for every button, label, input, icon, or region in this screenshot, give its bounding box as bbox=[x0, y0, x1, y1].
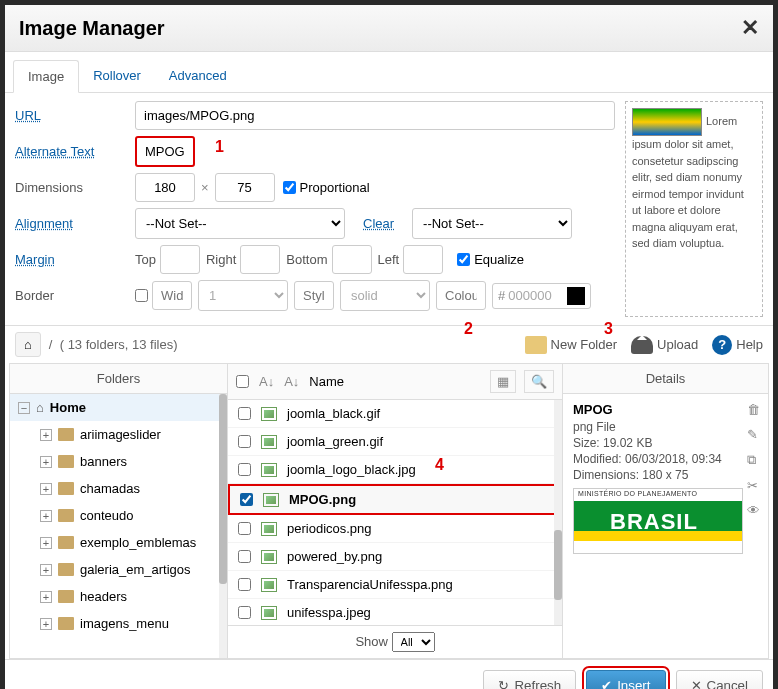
border-stylenum-select[interactable]: 1 bbox=[198, 280, 288, 311]
expand-icon[interactable]: + bbox=[40, 483, 52, 495]
expand-icon[interactable]: + bbox=[40, 456, 52, 468]
file-row[interactable]: powered_by.png bbox=[228, 543, 562, 571]
file-row[interactable]: joomla_logo_black.jpg bbox=[228, 456, 562, 484]
file-checkbox[interactable] bbox=[238, 550, 251, 563]
image-icon bbox=[261, 463, 277, 477]
border-style-select[interactable]: solid bbox=[340, 280, 430, 311]
file-row[interactable]: joomla_green.gif bbox=[228, 428, 562, 456]
tree-folder[interactable]: +exemplo_emblemas bbox=[10, 529, 227, 556]
folder-label: banners bbox=[80, 454, 127, 469]
form-area: URL Alternate Text 1 Dimensions × Propor… bbox=[5, 93, 773, 325]
tree-home[interactable]: − ⌂ Home bbox=[10, 394, 227, 421]
url-label: URL bbox=[15, 108, 135, 123]
expand-icon[interactable]: + bbox=[40, 618, 52, 630]
width-input[interactable] bbox=[135, 173, 195, 202]
file-checkbox[interactable] bbox=[238, 522, 251, 535]
file-row[interactable]: periodicos.png bbox=[228, 515, 562, 543]
tree-folder[interactable]: +ariimageslider bbox=[10, 421, 227, 448]
margin-bottom-input[interactable] bbox=[332, 245, 372, 274]
new-folder-button[interactable]: New Folder bbox=[525, 336, 617, 354]
folder-label: ariimageslider bbox=[80, 427, 161, 442]
sort-ext-icon[interactable]: A↓ bbox=[259, 374, 274, 389]
height-input[interactable] bbox=[215, 173, 275, 202]
check-icon: ✔ bbox=[601, 678, 612, 689]
tree-folder[interactable]: +banners bbox=[10, 448, 227, 475]
expand-icon[interactable]: + bbox=[40, 564, 52, 576]
dimension-x-icon: × bbox=[195, 180, 215, 195]
image-icon bbox=[261, 550, 277, 564]
expand-icon[interactable]: + bbox=[40, 429, 52, 441]
tree-folder[interactable]: +chamadas bbox=[10, 475, 227, 502]
copy-icon[interactable]: ⧉ bbox=[747, 452, 760, 468]
margin-right-input[interactable] bbox=[240, 245, 280, 274]
delete-icon[interactable]: 🗑 bbox=[747, 402, 760, 417]
view-icon[interactable]: 👁 bbox=[747, 503, 760, 518]
file-checkbox[interactable] bbox=[238, 578, 251, 591]
file-row[interactable]: TransparenciaUnifesspa.png bbox=[228, 571, 562, 599]
file-checkbox[interactable] bbox=[240, 493, 253, 506]
refresh-button[interactable]: ↻Refresh bbox=[483, 670, 576, 689]
edit-icon[interactable]: ✎ bbox=[747, 427, 760, 442]
color-picker[interactable]: # bbox=[492, 283, 591, 309]
file-name: joomla_green.gif bbox=[287, 434, 383, 449]
folder-icon bbox=[58, 455, 74, 468]
border-label: Border bbox=[15, 288, 135, 303]
equalize-checkbox[interactable] bbox=[457, 253, 470, 266]
file-checkbox[interactable] bbox=[238, 407, 251, 420]
preview-box: Lorem ipsum dolor sit amet, consetetur s… bbox=[625, 101, 763, 317]
collapse-icon[interactable]: − bbox=[18, 402, 30, 414]
tree-folder[interactable]: +galeria_em_artigos bbox=[10, 556, 227, 583]
border-style-label[interactable] bbox=[294, 281, 334, 310]
tab-image[interactable]: Image bbox=[13, 60, 79, 93]
expand-icon[interactable]: + bbox=[40, 510, 52, 522]
margin-left-label: Left bbox=[378, 252, 400, 267]
annotation-4: 4 bbox=[435, 456, 444, 474]
url-input[interactable] bbox=[135, 101, 615, 130]
annotation-2: 2 bbox=[464, 320, 473, 338]
clear-select[interactable]: --Not Set-- bbox=[412, 208, 572, 239]
details-head: Details bbox=[563, 364, 768, 394]
grid-view-icon[interactable]: ▦ bbox=[490, 370, 516, 393]
tab-rollover[interactable]: Rollover bbox=[79, 60, 155, 92]
file-checkbox[interactable] bbox=[238, 606, 251, 619]
sort-name-icon[interactable]: A↓ bbox=[284, 374, 299, 389]
tree-folder[interactable]: +headers bbox=[10, 583, 227, 610]
file-name: TransparenciaUnifesspa.png bbox=[287, 577, 453, 592]
alignment-select[interactable]: --Not Set-- bbox=[135, 208, 345, 239]
home-icon[interactable]: ⌂ bbox=[15, 332, 41, 357]
tree-folder[interactable]: +conteudo bbox=[10, 502, 227, 529]
cut-icon[interactable]: ✂ bbox=[747, 478, 760, 493]
proportional-checkbox[interactable] bbox=[283, 181, 296, 194]
margin-top-input[interactable] bbox=[160, 245, 200, 274]
close-icon[interactable]: ✕ bbox=[741, 15, 759, 41]
file-checkbox[interactable] bbox=[238, 435, 251, 448]
image-icon bbox=[261, 578, 277, 592]
border-colour-label[interactable] bbox=[436, 281, 486, 310]
select-all-checkbox[interactable] bbox=[236, 375, 249, 388]
expand-icon[interactable]: + bbox=[40, 591, 52, 603]
insert-button[interactable]: ✔Insert bbox=[586, 670, 665, 689]
file-row[interactable]: MPOG.png bbox=[228, 484, 562, 515]
margin-left-input[interactable] bbox=[403, 245, 443, 274]
file-row[interactable]: joomla_black.gif bbox=[228, 400, 562, 428]
show-select[interactable]: All bbox=[392, 632, 435, 652]
expand-icon[interactable]: + bbox=[40, 537, 52, 549]
details-body: MPOG png File Size: 19.02 KB Modified: 0… bbox=[563, 394, 768, 658]
file-checkbox[interactable] bbox=[238, 463, 251, 476]
file-row[interactable]: unifesspa.jpeg bbox=[228, 599, 562, 625]
alt-input[interactable] bbox=[135, 136, 195, 167]
folder-icon bbox=[58, 536, 74, 549]
upload-button[interactable]: Upload bbox=[631, 336, 698, 354]
file-name: MPOG.png bbox=[289, 492, 356, 507]
search-icon[interactable]: 🔍 bbox=[524, 370, 554, 393]
tab-advanced[interactable]: Advanced bbox=[155, 60, 241, 92]
border-checkbox[interactable] bbox=[135, 289, 148, 302]
help-button[interactable]: ?Help bbox=[712, 335, 763, 355]
margin-right-label: Right bbox=[206, 252, 236, 267]
cancel-button[interactable]: ✕Cancel bbox=[676, 670, 764, 689]
tree-folder[interactable]: +imagens_menu bbox=[10, 610, 227, 637]
show-label: Show bbox=[355, 634, 388, 649]
color-input[interactable] bbox=[508, 288, 563, 303]
border-width-input[interactable] bbox=[152, 281, 192, 310]
folder-label: galeria_em_artigos bbox=[80, 562, 191, 577]
